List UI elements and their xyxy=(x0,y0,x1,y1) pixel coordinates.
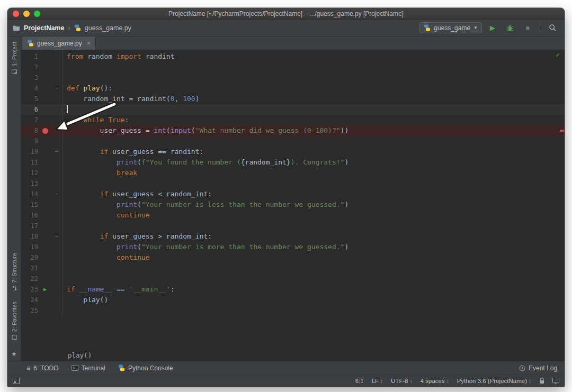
toolwindow-todo[interactable]: ≡ 6: TODO xyxy=(26,364,59,372)
toolwindow-toggle-button[interactable] xyxy=(13,378,20,384)
code-text[interactable]: print("Your number is less than the numb… xyxy=(62,199,348,210)
gutter[interactable]: 8 xyxy=(21,125,62,136)
code-text[interactable]: print(f"You found the number ({random_in… xyxy=(62,157,348,168)
code-line[interactable]: 3 xyxy=(21,72,565,83)
zoom-window-button[interactable] xyxy=(34,11,40,17)
code-line[interactable]: 10− if user_guess == randint: xyxy=(21,147,565,157)
sidebar-item-project[interactable]: 1: Project xyxy=(11,42,17,74)
indent-widget[interactable]: 4 spaces ↕ xyxy=(421,378,449,384)
code-line[interactable]: 16 continue xyxy=(21,210,565,221)
code-text[interactable] xyxy=(62,221,67,231)
code-line[interactable]: 8 user_guess = int(input("What number di… xyxy=(21,125,565,136)
code-line[interactable]: 1from random import randint xyxy=(21,51,565,62)
code-text[interactable]: continue xyxy=(62,210,150,221)
sidebar-item-structure[interactable]: 7: Structure xyxy=(11,253,17,291)
gutter[interactable]: 7 xyxy=(21,115,62,125)
code-editor[interactable]: 1from random import randint234−def play(… xyxy=(21,50,565,349)
code-line[interactable]: 18− if user_guess > random_int: xyxy=(21,231,565,242)
minimize-window-button[interactable] xyxy=(23,11,30,17)
code-text[interactable]: continue xyxy=(62,252,150,263)
code-text[interactable] xyxy=(62,263,67,274)
gutter[interactable]: 23▶ xyxy=(21,284,62,295)
code-text[interactable]: while True: xyxy=(62,115,129,125)
caret-position-widget[interactable]: 6:1 xyxy=(355,378,364,384)
code-line[interactable]: 17 xyxy=(21,221,565,231)
status-extra-button[interactable] xyxy=(552,378,559,384)
fold-icon[interactable]: − xyxy=(55,147,59,157)
code-text[interactable] xyxy=(62,178,67,189)
gutter[interactable]: 18− xyxy=(21,231,62,242)
tab-close-icon[interactable]: × xyxy=(87,39,91,47)
code-text[interactable] xyxy=(62,62,67,72)
gutter[interactable]: 5 xyxy=(21,94,62,104)
gutter[interactable]: 14− xyxy=(21,189,62,199)
context-breadcrumb[interactable]: play() xyxy=(21,349,565,361)
fold-icon[interactable]: − xyxy=(55,189,59,199)
gutter[interactable]: 24 xyxy=(21,295,62,305)
debug-button[interactable] xyxy=(503,22,517,34)
gutter[interactable]: 13 xyxy=(21,178,62,189)
gutter[interactable]: 16 xyxy=(21,210,62,221)
code-line[interactable]: 7 while True: xyxy=(21,115,565,125)
run-button[interactable]: ▶ xyxy=(486,22,499,34)
gutter[interactable]: 1 xyxy=(21,51,62,62)
breakpoint-icon[interactable] xyxy=(42,128,48,134)
code-text[interactable]: print("Your number is more than the numb… xyxy=(62,242,348,252)
interpreter-widget[interactable]: Python 3.6 (ProjectName) ↕ xyxy=(457,378,531,384)
code-line[interactable]: 23▶if __name__ == '__main__': xyxy=(21,284,565,295)
gutter[interactable]: 25 xyxy=(21,305,62,316)
breadcrumb-project[interactable]: ProjectName xyxy=(24,24,64,32)
gutter[interactable]: 4− xyxy=(21,83,62,94)
code-text[interactable]: def play(): xyxy=(62,83,112,94)
code-line[interactable]: 6 xyxy=(21,104,565,115)
gutter[interactable]: 21 xyxy=(21,263,62,274)
event-log-button[interactable]: Event Log xyxy=(519,364,557,372)
code-text[interactable] xyxy=(62,305,67,316)
encoding-widget[interactable]: UTF-8 ↕ xyxy=(391,378,413,384)
code-line[interactable]: 2 xyxy=(21,62,565,72)
run-line-icon[interactable]: ▶ xyxy=(43,284,47,295)
toolwindow-terminal[interactable]: Terminal xyxy=(72,364,105,372)
code-text[interactable]: if user_guess == randint: xyxy=(62,147,203,157)
run-configuration-selector[interactable]: guess_game ▼ xyxy=(419,22,482,33)
gutter[interactable]: 12 xyxy=(21,168,62,178)
gutter[interactable]: 22 xyxy=(21,274,62,284)
code-text[interactable]: play() xyxy=(62,295,108,305)
code-text[interactable]: from random import randint xyxy=(62,51,175,62)
search-everywhere-button[interactable] xyxy=(546,22,559,34)
code-text[interactable] xyxy=(62,104,68,115)
tab-guess-game[interactable]: guess_game.py × xyxy=(22,37,96,50)
sidebar-item-favorites[interactable]: 2: Favorites xyxy=(11,302,17,340)
code-text[interactable] xyxy=(62,274,67,284)
code-line[interactable]: 19 print("Your number is more than the n… xyxy=(21,242,565,252)
code-text[interactable]: if user_guess > random_int: xyxy=(62,231,212,242)
code-line[interactable]: 12 break xyxy=(21,168,565,178)
code-line[interactable]: 11 print(f"You found the number ({random… xyxy=(21,157,565,168)
gutter[interactable]: 2 xyxy=(21,62,62,72)
close-window-button[interactable] xyxy=(13,11,19,17)
gutter[interactable]: 15 xyxy=(21,199,62,210)
code-line[interactable]: 21 xyxy=(21,263,565,274)
fold-icon[interactable]: − xyxy=(55,231,59,242)
code-text[interactable]: if __name__ == '__main__': xyxy=(62,284,175,295)
code-line[interactable]: 24 play() xyxy=(21,295,565,305)
code-line[interactable]: 15 print("Your number is less than the n… xyxy=(21,199,565,210)
gutter[interactable]: 10− xyxy=(21,147,62,157)
readonly-toggle-button[interactable] xyxy=(539,378,544,384)
code-line[interactable]: 14− if user_guess < random_int: xyxy=(21,189,565,199)
gutter[interactable]: 9 xyxy=(21,136,62,147)
star-icon[interactable]: ★ xyxy=(11,350,17,358)
code-line[interactable]: 13 xyxy=(21,178,565,189)
gutter[interactable]: 6 xyxy=(21,104,62,115)
stop-button[interactable]: ■ xyxy=(521,22,534,34)
breadcrumb-file[interactable]: guess_game.py xyxy=(85,24,131,32)
gutter[interactable]: 11 xyxy=(21,157,62,168)
error-stripe-mark[interactable] xyxy=(560,130,564,132)
code-text[interactable]: random_int = randint(0, 100) xyxy=(62,94,199,104)
code-line[interactable]: 20 continue xyxy=(21,252,565,263)
gutter[interactable]: 20 xyxy=(21,252,62,263)
code-text[interactable] xyxy=(62,136,67,147)
code-line[interactable]: 9 xyxy=(21,136,565,147)
gutter[interactable]: 19 xyxy=(21,242,62,252)
line-separator-widget[interactable]: LF ↕ xyxy=(372,378,383,384)
